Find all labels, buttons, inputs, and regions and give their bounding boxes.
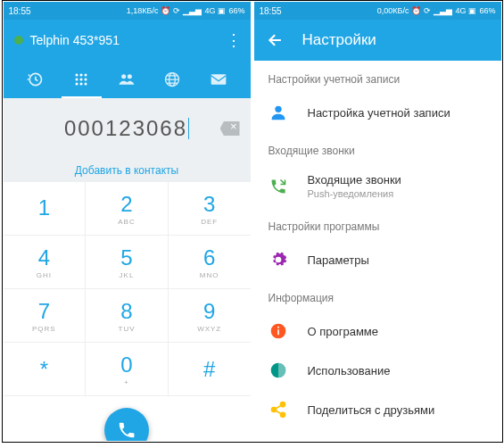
key-2[interactable]: 2ABC [86,182,169,236]
battery-pct: 66% [228,6,244,15]
settings-title: Настройки [302,31,376,49]
web-tab-icon[interactable] [162,70,182,89]
svg-point-4 [75,79,78,81]
key-star[interactable]: * [4,343,87,396]
app-header: Telphin 453*951 ⋮ [4,20,251,61]
svg-point-10 [121,74,126,79]
battery-pct: 66% [479,6,495,15]
messages-tab-icon[interactable] [209,70,228,89]
sync-icon: ⟳ [173,6,180,15]
row-account-settings[interactable]: Настройка учетной записи [254,93,501,132]
svg-rect-17 [277,329,279,335]
section-app: Настройки программы [254,208,501,240]
settings-gear-icon [269,250,288,270]
svg-point-11 [128,74,132,79]
key-1[interactable]: 1 [4,182,87,236]
row-title: Входящие звонки [308,173,487,187]
row-title: Использование [308,364,487,377]
alarm-icon: ⏰ [161,6,170,15]
key-hash[interactable]: # [169,343,251,396]
svg-point-8 [79,83,82,86]
svg-point-7 [75,83,78,86]
section-incoming: Входящие звонки [254,132,501,164]
row-title: Параметры [308,253,487,267]
svg-point-9 [84,83,87,86]
key-4[interactable]: 4GHI [4,236,87,289]
overflow-menu-icon[interactable]: ⋮ [226,30,240,50]
svg-point-22 [280,412,285,417]
svg-point-20 [280,402,285,407]
clock: 18:55 [260,6,282,16]
svg-point-5 [79,79,82,81]
share-icon [269,400,288,419]
settings-header: Настройки [254,20,501,61]
call-button[interactable] [104,408,149,441]
battery-icon: ▣ [468,6,476,15]
net-type: 4G [455,6,466,15]
clock: 18:55 [9,6,31,16]
settings-screen: 18:55 0,00КБ/с ⏰ ⟳ ▁▃▅ 4G ▣ 66% Настройк… [254,2,501,441]
svg-point-2 [79,74,82,77]
key-0[interactable]: 0+ [86,343,169,396]
add-to-contacts-link[interactable]: Добавить в контакты [4,159,251,182]
net-speed: 0,00КБ/с [377,6,409,15]
svg-rect-14 [211,74,226,85]
contacts-tab-icon[interactable] [117,70,136,89]
dialpad-tab-icon[interactable] [71,70,91,89]
net-type: 4G [204,6,215,15]
section-info: Информация [254,279,501,311]
battery-icon: ▣ [218,6,226,15]
row-title: Настройка учетной записи [308,106,487,120]
row-usage[interactable]: Использование [254,351,501,390]
status-dot-icon [14,36,23,45]
row-about[interactable]: О программе [254,311,501,351]
svg-point-3 [84,74,87,77]
key-7[interactable]: 7PQRS [4,289,87,343]
row-subtitle: Push-уведомления [308,188,487,199]
row-title: Поделиться с друзьями [308,403,487,417]
sync-icon: ⟳ [424,6,431,15]
key-8[interactable]: 8TUV [86,289,169,343]
info-icon [269,321,288,341]
svg-point-1 [75,74,78,77]
net-speed: 1,18КБ/с [127,6,159,15]
key-5[interactable]: 5JKL [86,236,169,289]
user-icon [269,103,288,122]
svg-point-18 [277,327,279,328]
row-share[interactable]: Поделиться с друзьями [254,390,501,429]
status-bar: 18:55 0,00КБ/с ⏰ ⟳ ▁▃▅ 4G ▣ 66% [254,2,501,20]
svg-point-21 [271,408,276,412]
signal-icon: ▁▃▅ [434,6,452,15]
backspace-button[interactable] [220,121,240,136]
key-3[interactable]: 3DEF [169,182,251,236]
status-bar: 18:55 1,18КБ/с ⏰ ⟳ ▁▃▅ 4G ▣ 66% [4,2,251,20]
key-9[interactable]: 9WXYZ [169,289,251,343]
back-arrow-icon[interactable] [267,31,285,49]
dialed-number: 000123068 [64,116,187,141]
status-icons: 0,00КБ/с ⏰ ⟳ ▁▃▅ 4G ▣ 66% [377,6,496,15]
tab-bar [4,61,251,98]
svg-point-6 [84,79,87,81]
history-tab-icon[interactable] [25,70,45,89]
row-incoming-calls[interactable]: Входящие звонки Push-уведомления [254,164,501,208]
row-title: О программе [308,325,487,338]
usage-icon [269,361,288,380]
alarm-icon: ⏰ [411,6,421,15]
number-display[interactable]: 000123068 [4,98,251,159]
account-name: Telphin 453*951 [30,33,226,47]
section-account: Настройки учетной записи [254,61,501,93]
keypad: 1 2ABC 3DEF 4GHI 5JKL 6MNO 7PQRS 8TUV 9W… [4,182,251,441]
signal-icon: ▁▃▅ [183,6,202,15]
cursor [188,118,189,139]
phone-icon [117,420,136,440]
phone-in-icon [269,177,288,196]
dialer-screen: 18:55 1,18КБ/с ⏰ ⟳ ▁▃▅ 4G ▣ 66% Telphin … [4,2,251,441]
svg-point-15 [275,106,281,112]
key-6[interactable]: 6MNO [169,236,251,289]
row-parameters[interactable]: Параметры [254,240,501,279]
status-icons: 1,18КБ/с ⏰ ⟳ ▁▃▅ 4G ▣ 66% [127,6,245,15]
